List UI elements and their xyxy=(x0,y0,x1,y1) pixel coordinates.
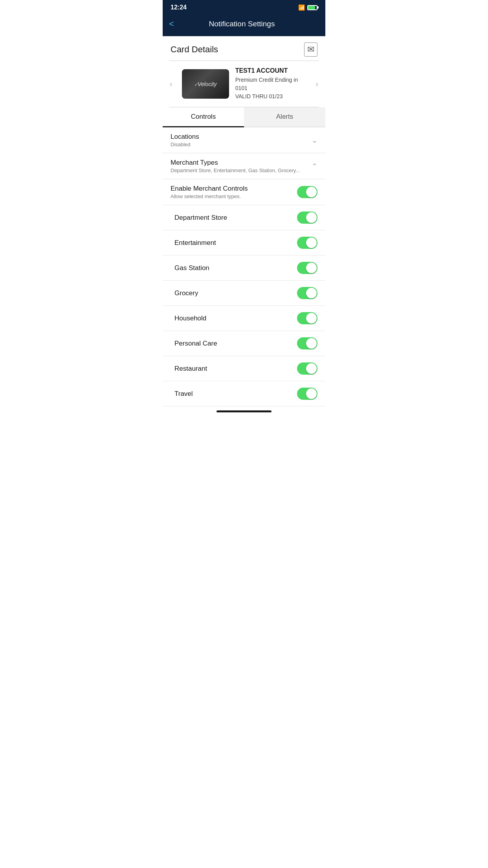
battery-icon xyxy=(307,5,317,10)
merchant-types-row[interactable]: Merchant Types Department Store, Enterta… xyxy=(163,153,325,179)
locations-info: Locations Disabled xyxy=(171,133,199,147)
nav-bar: < Notification Settings xyxy=(163,14,325,36)
toggle-department-store[interactable] xyxy=(297,211,317,224)
merchant-row-grocery: Grocery xyxy=(163,281,325,306)
card-valid-thru: VALID THRU 01/23 xyxy=(235,92,306,101)
back-button[interactable]: < xyxy=(169,19,174,29)
merchant-row-department-store: Department Store xyxy=(163,205,325,230)
home-indicator xyxy=(163,406,325,415)
card-details-header: Card Details ✉ xyxy=(163,36,325,61)
merchant-types-sublabel: Department Store, Entertainment, Gas Sta… xyxy=(171,167,300,173)
prev-card-button[interactable]: ‹ xyxy=(167,76,176,92)
merchant-label-entertainment: Entertainment xyxy=(174,239,216,247)
merchant-row-gas-station: Gas Station xyxy=(163,256,325,281)
home-bar xyxy=(216,410,272,412)
tab-controls[interactable]: Controls xyxy=(163,107,244,127)
merchant-label-restaurant: Restaurant xyxy=(174,365,207,373)
merchant-types-info: Merchant Types Department Store, Enterta… xyxy=(171,159,300,173)
card-image: ✓Velocity xyxy=(182,69,229,99)
merchant-label-travel: Travel xyxy=(174,390,193,398)
tab-alerts[interactable]: Alerts xyxy=(244,107,325,127)
status-bar: 12:24 📶 xyxy=(163,0,325,14)
card-info: TEST1 ACCOUNT Premium Credit Ending in 0… xyxy=(235,67,306,101)
toggle-household[interactable] xyxy=(297,312,317,324)
toggle-restaurant[interactable] xyxy=(297,362,317,375)
battery-fill xyxy=(308,6,315,9)
merchant-label-household: Household xyxy=(174,314,206,322)
locations-label: Locations xyxy=(171,133,199,141)
card-details-title: Card Details xyxy=(171,44,218,55)
wifi-icon: 📶 xyxy=(298,4,305,11)
merchant-types-label: Merchant Types xyxy=(171,159,300,167)
status-icons: 📶 xyxy=(298,4,317,11)
merchant-row-household: Household xyxy=(163,306,325,331)
card-row: ‹ ✓Velocity TEST1 ACCOUNT Premium Credit… xyxy=(163,61,325,107)
merchant-row-travel: Travel xyxy=(163,381,325,406)
toggle-travel[interactable] xyxy=(297,388,317,400)
locations-chevron-down-icon: ⌄ xyxy=(312,136,317,145)
merchant-list: Department Store Entertainment Gas Stati… xyxy=(163,205,325,406)
locations-sublabel: Disabled xyxy=(171,142,199,147)
toggle-gas-station[interactable] xyxy=(297,262,317,274)
merchant-types-chevron-up-icon: ⌃ xyxy=(312,162,317,171)
toggle-entertainment[interactable] xyxy=(297,237,317,249)
toggle-grocery[interactable] xyxy=(297,287,317,299)
tabs: Controls Alerts xyxy=(163,107,325,127)
locations-row[interactable]: Locations Disabled ⌄ xyxy=(163,127,325,153)
merchant-label-personal-care: Personal Care xyxy=(174,340,217,348)
enable-merchant-row: Enable Merchant Controls Allow selected … xyxy=(163,179,325,205)
enable-merchant-sublabel: Allow selected merchant types. xyxy=(171,193,248,199)
card-logo: ✓Velocity xyxy=(194,81,217,87)
merchant-row-entertainment: Entertainment xyxy=(163,230,325,256)
merchant-label-department-store: Department Store xyxy=(174,214,227,222)
enable-merchant-toggle[interactable] xyxy=(297,186,317,198)
status-time: 12:24 xyxy=(171,4,187,11)
merchant-row-personal-care: Personal Care xyxy=(163,331,325,356)
toggle-personal-care[interactable] xyxy=(297,337,317,349)
enable-merchant-info: Enable Merchant Controls Allow selected … xyxy=(171,185,248,199)
toggle-knob xyxy=(306,187,317,197)
merchant-label-grocery: Grocery xyxy=(174,289,198,297)
next-card-button[interactable]: › xyxy=(312,76,321,92)
merchant-label-gas-station: Gas Station xyxy=(174,264,209,272)
card-name: TEST1 ACCOUNT xyxy=(235,67,306,74)
enable-merchant-label: Enable Merchant Controls xyxy=(171,185,248,193)
card-type: Premium Credit Ending in 0101 xyxy=(235,76,306,92)
merchant-row-restaurant: Restaurant xyxy=(163,356,325,381)
envelope-icon[interactable]: ✉ xyxy=(304,42,317,57)
nav-title: Notification Settings xyxy=(174,20,310,28)
